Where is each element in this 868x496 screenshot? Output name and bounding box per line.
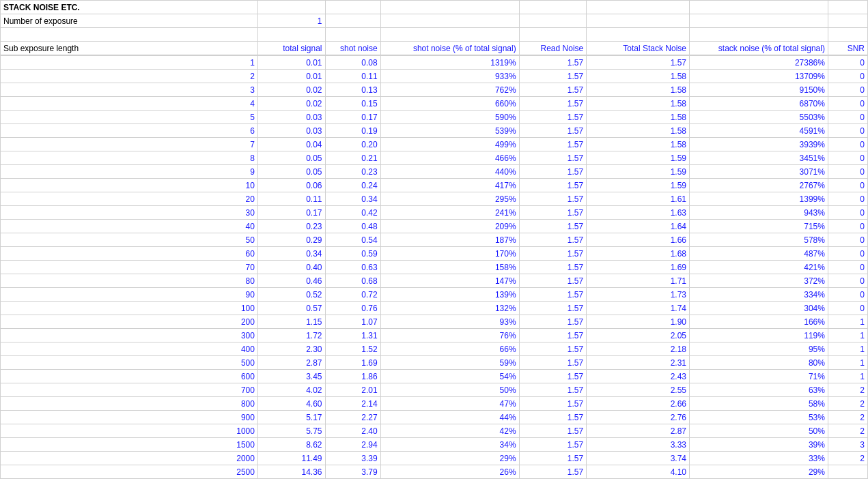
table-row: 600.340.59170%1.571.68487%0 [1,247,868,261]
header-row: Sub exposure length total signal shot no… [1,42,868,55]
header-shot-noise-pct: shot noise (% of total signal) [380,42,519,55]
table-row: 70.040.20499%1.571.583939%0 [1,138,868,151]
table-row: 4002.301.5266%1.572.1895%1 [1,342,868,356]
header-shot-noise: shot noise [325,42,380,55]
table-row: 30.020.13762%1.571.589150%0 [1,83,868,97]
table-row: 900.520.72139%1.571.73334%0 [1,288,868,302]
table-row: 5002.871.6959%1.572.3180%1 [1,356,868,370]
title-row: STACK NOISE ETC. [1,1,868,14]
num-exposure-label: Number of exposure [1,14,258,28]
table-row: 2001.151.0793%1.571.90166%1 [1,315,868,329]
num-exposure-row: Number of exposure 1 [1,14,868,28]
table-row: 200.110.34295%1.571.611399%0 [1,192,868,206]
exposure-input[interactable] [328,16,378,26]
header-read-noise: Read Noise [519,42,587,55]
table-row: 50.030.17590%1.571.585503%0 [1,111,868,124]
table-row: 20.010.11933%1.571.5813709%0 [1,70,868,83]
table-row: 3001.721.3176%1.572.05119%1 [1,329,868,342]
data-table: 10.010.081319%1.571.5727386%020.010.1193… [0,55,868,479]
table-row: 700.400.63158%1.571.69421%0 [1,261,868,274]
header-sub-exposure: Sub exposure length [1,42,258,55]
table-row: 80.050.21466%1.571.593451%0 [1,151,868,165]
table-row: 200011.493.3929%1.573.7433%2 [1,452,868,465]
num-exposure-value: 1 [257,14,325,28]
table-row: 9005.172.2744%1.572.7653%2 [1,411,868,424]
table-row: 400.230.48209%1.571.64715%0 [1,220,868,233]
table-row: 60.030.19539%1.571.584591%0 [1,124,868,138]
empty-row [1,28,868,42]
header-snr: SNR [828,42,867,55]
header-total-signal: total signal [257,42,325,55]
table-row: 800.460.68147%1.571.71372%0 [1,274,868,288]
table-row: 40.020.15660%1.571.586870%0 [1,97,868,111]
table-row: 300.170.42241%1.571.63943%0 [1,206,868,220]
table-row: 1000.570.76132%1.571.74304%0 [1,302,868,315]
spreadsheet: STACK NOISE ETC. Number of exposure 1 [0,0,868,479]
table-row: 7004.022.0150%1.572.5563%2 [1,383,868,397]
table-row: 250014.363.7926%1.574.1029% [1,465,868,479]
title: STACK NOISE ETC. [1,1,258,14]
table-row: 10005.752.4042%1.572.8750%2 [1,424,868,438]
header-stack-noise-pct: stack noise (% of total signal) [689,42,828,55]
table-row: 10.010.081319%1.571.5727386%0 [1,56,868,70]
table-row: 8004.602.1447%1.572.6658%2 [1,397,868,411]
table-row: 90.050.23440%1.571.593071%0 [1,165,868,179]
table-row: 6003.451.8654%1.572.4371%1 [1,370,868,383]
table-row: 100.060.24417%1.571.592767%0 [1,179,868,192]
table-row: 15008.622.9434%1.573.3339%3 [1,438,868,452]
table-row: 500.290.54187%1.571.66578%0 [1,233,868,247]
header-total-stack-noise: Total Stack Noise [587,42,690,55]
main-table: STACK NOISE ETC. Number of exposure 1 [0,0,868,55]
input-cell[interactable] [325,14,380,28]
